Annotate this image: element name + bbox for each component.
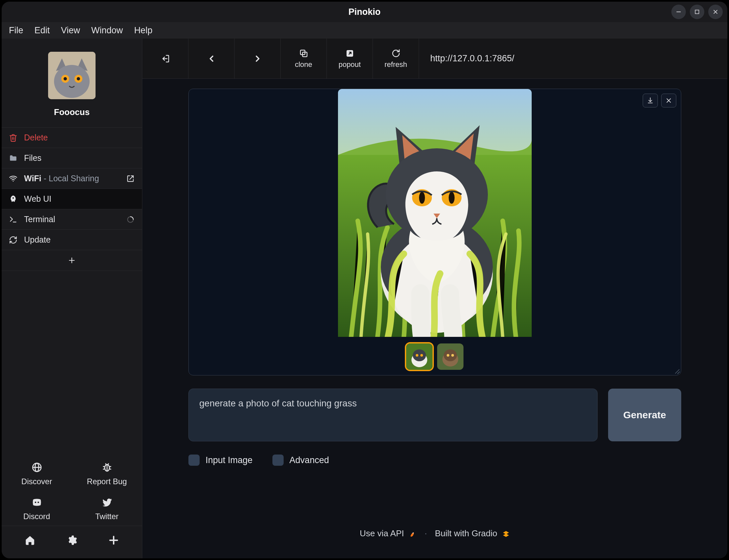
svg-point-51 xyxy=(416,354,418,357)
prompt-input[interactable] xyxy=(189,389,598,441)
gear-icon xyxy=(66,535,77,546)
svg-line-24 xyxy=(109,469,111,469)
sidebar-item-update[interactable]: Update xyxy=(2,230,142,250)
sidebar-item-wifi[interactable]: WiFi - Local Sharing xyxy=(2,168,142,189)
refresh-icon xyxy=(391,48,401,58)
toolbar-popout-button[interactable]: popout xyxy=(327,39,373,78)
cat-avatar-icon xyxy=(48,52,96,99)
thumbnail-1[interactable] xyxy=(437,343,463,370)
app-window: Pinokio File Edit View Window Help xyxy=(2,2,727,558)
thumbnail-0[interactable] xyxy=(406,343,432,370)
svg-point-50 xyxy=(413,349,426,361)
footer: Use via API · Built with Gradio xyxy=(189,502,681,539)
popout-icon xyxy=(345,48,355,58)
spinner-icon xyxy=(126,215,135,224)
svg-point-46 xyxy=(419,192,425,204)
sidebar-item-label: WiFi - Local Sharing xyxy=(24,174,99,183)
footer-separator: · xyxy=(424,528,427,539)
menu-edit[interactable]: Edit xyxy=(32,24,53,37)
sidebar-item-files[interactable]: Files xyxy=(2,148,142,168)
app-icon xyxy=(48,52,96,99)
svg-point-10 xyxy=(13,181,14,182)
toolbar-refresh-button[interactable]: refresh xyxy=(373,39,419,78)
bottom-link-report-bug[interactable]: Report Bug xyxy=(72,456,142,491)
svg-point-8 xyxy=(64,77,67,80)
footer-api-link[interactable]: Use via API xyxy=(360,528,417,539)
toolbar-exit-button[interactable] xyxy=(142,39,189,78)
menu-file[interactable]: File xyxy=(6,24,26,37)
generate-button[interactable]: Generate xyxy=(608,389,681,441)
sidebar-list: Delete Files WiFi - Local Sharing Web UI xyxy=(2,127,142,271)
window-minimize-button[interactable] xyxy=(671,5,686,19)
home-icon xyxy=(24,535,36,546)
menubar: File Edit View Window Help xyxy=(2,22,727,39)
resize-handle[interactable] xyxy=(673,367,680,374)
wifi-icon xyxy=(9,174,17,183)
sidebar-item-web-ui[interactable]: Web UI xyxy=(2,189,142,209)
exit-icon xyxy=(160,54,170,64)
bottom-link-discover[interactable]: Discover xyxy=(2,456,72,491)
chevron-left-icon xyxy=(207,54,217,64)
add-button[interactable] xyxy=(103,533,124,550)
content: Generate Input Image Advanced Use via AP… xyxy=(142,79,727,558)
close-icon xyxy=(665,97,672,104)
bottom-link-discord[interactable]: Discord xyxy=(2,491,72,526)
checkbox-box xyxy=(273,455,284,466)
workspace: Fooocus Delete Files WiFi - Local Sharin… xyxy=(2,39,727,558)
sidebar-item-delete[interactable]: Delete xyxy=(2,128,142,148)
svg-rect-1 xyxy=(695,10,699,14)
home-button[interactable] xyxy=(20,533,40,550)
svg-point-28 xyxy=(37,502,39,503)
sidebar-add-button[interactable] xyxy=(2,250,142,271)
close-image-button[interactable] xyxy=(661,94,676,107)
thumbnail-row xyxy=(406,343,463,370)
download-image-button[interactable] xyxy=(643,94,658,107)
plus-icon xyxy=(108,535,119,546)
sync-icon xyxy=(9,236,17,244)
sidebar-item-label: Web UI xyxy=(24,194,51,204)
advanced-checkbox[interactable]: Advanced xyxy=(273,455,329,466)
main: clone popout refresh http://127.0.0.1:78… xyxy=(142,39,727,558)
sidebar-item-terminal[interactable]: Terminal xyxy=(2,209,142,230)
window-close-button[interactable] xyxy=(708,5,723,19)
svg-line-23 xyxy=(103,469,104,469)
sidebar-item-label: Files xyxy=(24,153,42,163)
toolbar-clone-button[interactable]: clone xyxy=(281,39,327,78)
sidebar-spacer xyxy=(2,271,142,456)
output-gallery xyxy=(189,89,681,375)
app-header: Fooocus xyxy=(2,39,142,127)
rocket-icon xyxy=(9,195,17,203)
svg-point-11 xyxy=(13,197,14,198)
trash-icon xyxy=(9,133,17,142)
copy-icon xyxy=(299,48,309,58)
terminal-icon xyxy=(9,215,17,224)
input-image-checkbox[interactable]: Input Image xyxy=(189,455,253,466)
bottom-link-twitter[interactable]: Twitter xyxy=(72,491,142,526)
menu-help[interactable]: Help xyxy=(131,24,155,37)
toolbar-back-button[interactable] xyxy=(189,39,235,78)
thumbnail-art xyxy=(437,343,463,370)
settings-button[interactable] xyxy=(62,533,82,550)
prompt-row: Generate xyxy=(189,389,681,441)
sidebar-item-label: Update xyxy=(24,235,51,245)
toolbar-forward-button[interactable] xyxy=(235,39,281,78)
window-title: Pinokio xyxy=(349,7,381,17)
menu-window[interactable]: Window xyxy=(89,24,126,37)
window-maximize-button[interactable] xyxy=(690,5,704,19)
sidebar-bottom-links: Discover Report Bug Discord Twitter xyxy=(2,456,142,526)
close-icon xyxy=(712,8,719,15)
svg-point-9 xyxy=(77,77,80,80)
sidebar-item-label: Terminal xyxy=(24,215,55,224)
folder-icon xyxy=(9,154,17,162)
toolbar: clone popout refresh http://127.0.0.1:78… xyxy=(142,39,727,79)
url-bar[interactable]: http://127.0.0.1:7865/ xyxy=(419,39,727,78)
svg-point-52 xyxy=(420,354,423,357)
menu-view[interactable]: View xyxy=(58,24,83,37)
generated-image[interactable] xyxy=(338,89,532,337)
footer-gradio-link[interactable]: Built with Gradio xyxy=(435,528,510,539)
svg-point-56 xyxy=(447,354,449,357)
maximize-icon xyxy=(693,8,701,15)
minimize-icon xyxy=(675,8,682,15)
twitter-icon xyxy=(102,497,113,508)
options-row: Input Image Advanced xyxy=(189,455,681,466)
